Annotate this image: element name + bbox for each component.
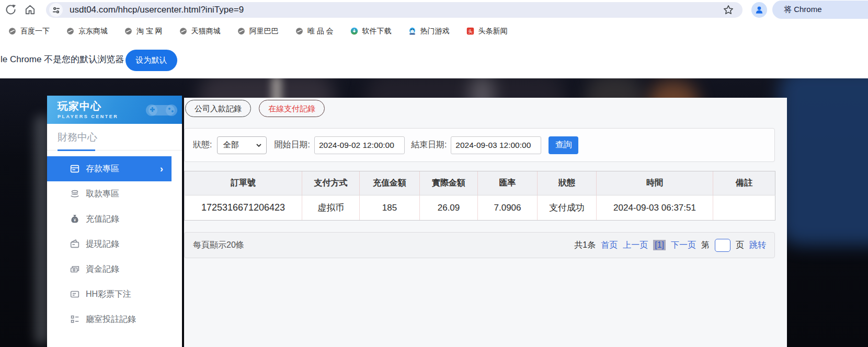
col-actual-amount: 實際金額 (420, 171, 478, 195)
main-panel: 公司入款記錄 在線支付記錄 狀態: 全部 開始日期: 結束日期: 查詢 (184, 98, 787, 347)
globe-icon (124, 27, 133, 36)
pagination-bar: 每頁顯示20條 共1条 首页 上一页 [1] 下一页 第 页 跳转 (184, 232, 775, 258)
deposit-icon (69, 163, 81, 175)
col-order-number: 訂單號 (185, 171, 302, 195)
sidebar-item-hh-lottery-bets[interactable]: HH彩票下注 (47, 282, 182, 307)
end-date-input[interactable] (451, 136, 541, 154)
bookmark-star-icon[interactable] (723, 4, 734, 16)
cell-remark (713, 195, 775, 221)
chrome-pill-label: 将 Chrome (784, 5, 822, 15)
cell-order-number: 1725316671206423 (185, 195, 302, 221)
section-underline (58, 149, 95, 151)
col-time: 時間 (597, 171, 713, 195)
sidebar-item-recharge-record[interactable]: ¥ 充值記錄 (47, 206, 182, 232)
players-center-header: 玩家中心 PLAYERS CENTER (47, 96, 182, 124)
reload-icon[interactable] (5, 4, 17, 16)
bookmark-vip[interactable]: 唯 品 会 (295, 27, 334, 36)
background-blob (779, 78, 868, 246)
globe-icon (66, 27, 75, 36)
chevron-down-icon (256, 142, 262, 148)
total-count-text: 共1条 (574, 240, 596, 251)
start-date-label: 開始日期: (274, 140, 310, 151)
money-bag-icon: ¥ (69, 213, 81, 225)
globe-icon (295, 27, 304, 36)
address-bar[interactable]: usdt04.com/hhcp/usercenter.html?iniType=… (46, 2, 743, 18)
first-page-link[interactable]: 首页 (601, 240, 618, 251)
set-default-button[interactable]: 设为默认 (125, 50, 177, 71)
chevron-right-icon: › (160, 164, 163, 173)
start-date-input[interactable] (314, 136, 405, 154)
profile-icon[interactable] (751, 2, 767, 18)
cell-recharge-amount: 185 (360, 195, 420, 221)
sidebar-item-funds-record[interactable]: 資金記錄 (47, 257, 182, 282)
globe-icon (8, 27, 17, 36)
pagination-controls: 共1条 首页 上一页 [1] 下一页 第 页 跳转 (574, 239, 766, 252)
withdraw-icon (69, 188, 81, 200)
banknotes-icon (69, 263, 81, 275)
notification-text: le Chrome 不是您的默认浏览器 (1, 53, 124, 65)
globe-icon (179, 27, 188, 36)
sidebar-item-withdraw-zone[interactable]: 取款專區 (47, 181, 182, 206)
bookmark-hot-games[interactable]: 热门游戏 (408, 27, 450, 36)
url-text[interactable]: usdt04.com/hhcp/usercenter.html?iniType=… (70, 5, 723, 15)
site-settings-icon[interactable] (49, 3, 63, 17)
bookmark-jd[interactable]: 京东商城 (66, 27, 108, 36)
toutiao-icon: 头 (466, 27, 475, 36)
browser-window: usdt04.com/hhcp/usercenter.html?iniType=… (0, 0, 868, 347)
jump-button[interactable]: 跳转 (749, 240, 766, 251)
globe-icon (237, 27, 246, 36)
bookmark-taobao[interactable]: 淘 宝 网 (124, 27, 163, 36)
end-date-label: 結束日期: (411, 140, 447, 151)
bookmark-baidu[interactable]: 百度一下 (8, 27, 50, 36)
current-page-indicator: [1] (653, 240, 666, 250)
col-status: 狀態 (538, 171, 597, 195)
tab-online-payment-record[interactable]: 在線支付記錄 (259, 100, 325, 117)
cell-payment-method: 虚拟币 (302, 195, 360, 221)
wallet-icon (69, 238, 81, 250)
prev-page-link[interactable]: 上一页 (623, 240, 648, 251)
status-label: 狀態: (193, 140, 212, 151)
list-icon (69, 314, 81, 325)
browser-toolbar: usdt04.com/hhcp/usercenter.html?iniType=… (0, 0, 868, 19)
status-select[interactable]: 全部 (217, 136, 267, 154)
col-exchange-rate: 匯率 (478, 171, 538, 195)
cell-time: 2024-09-03 06:37:51 (597, 195, 713, 221)
sidebar-menu: 存款專區 › 取款專區 ¥ 充值記錄 提現記錄 資金記錄 HH彩票下注 (47, 156, 182, 332)
table-header-row: 訂單號 支付方式 充值金額 實際金額 匯率 狀態 時間 備註 (185, 171, 775, 195)
jump-prefix: 第 (701, 240, 710, 251)
search-button[interactable]: 查詢 (549, 136, 578, 154)
bookmark-alibaba[interactable]: 阿里巴巴 (237, 27, 279, 36)
bookmark-software-download[interactable]: 软件下载 (350, 27, 392, 36)
jump-suffix: 页 (736, 240, 744, 251)
finance-center-section: 財務中心 (47, 124, 182, 151)
set-chrome-default-pill[interactable]: 将 Chrome (772, 1, 868, 19)
filter-bar: 狀態: 全部 開始日期: 結束日期: 查詢 (184, 128, 775, 162)
table-row: 1725316671206423 虚拟币 185 26.09 7.0906 支付… (185, 195, 775, 221)
page-size-text: 每頁顯示20條 (193, 240, 244, 251)
sidebar: 玩家中心 PLAYERS CENTER 財務中心 存款專區 › (47, 96, 182, 347)
bookmarks-bar: 百度一下 京东商城 淘 宝 网 天猫商城 阿里巴巴 唯 品 会 软件下载 热门 (0, 19, 868, 43)
next-page-link[interactable]: 下一页 (671, 240, 696, 251)
col-remark: 備註 (713, 171, 775, 195)
col-payment-method: 支付方式 (302, 171, 360, 195)
bookmark-toutiao-news[interactable]: 头 头条新闻 (466, 27, 508, 36)
col-recharge-amount: 充值金額 (360, 171, 420, 195)
section-title: 財務中心 (58, 131, 97, 144)
svg-text:¥: ¥ (73, 218, 76, 223)
gamepad-icon (144, 100, 179, 121)
tab-company-deposit-record[interactable]: 公司入款記錄 (185, 100, 251, 117)
sidebar-item-hall-bet-record[interactable]: 廳室投註記錄 (47, 307, 182, 332)
jump-page-input[interactable] (715, 239, 730, 252)
bookmark-tmall[interactable]: 天猫商城 (179, 27, 221, 36)
cell-status: 支付成功 (538, 195, 597, 221)
ticket-icon (69, 288, 81, 300)
payment-records-table: 訂單號 支付方式 充值金額 實際金額 匯率 狀態 時間 備註 172531667… (184, 171, 775, 221)
download-icon (350, 27, 359, 36)
sidebar-item-withdrawal-record[interactable]: 提現記錄 (47, 232, 182, 257)
sidebar-item-deposit-zone[interactable]: 存款專區 › (47, 156, 172, 181)
game-icon (408, 27, 417, 36)
cell-actual-amount: 26.09 (420, 195, 478, 221)
svg-text:头: 头 (468, 29, 473, 34)
home-icon[interactable] (24, 4, 36, 16)
cell-exchange-rate: 7.0906 (478, 195, 538, 221)
